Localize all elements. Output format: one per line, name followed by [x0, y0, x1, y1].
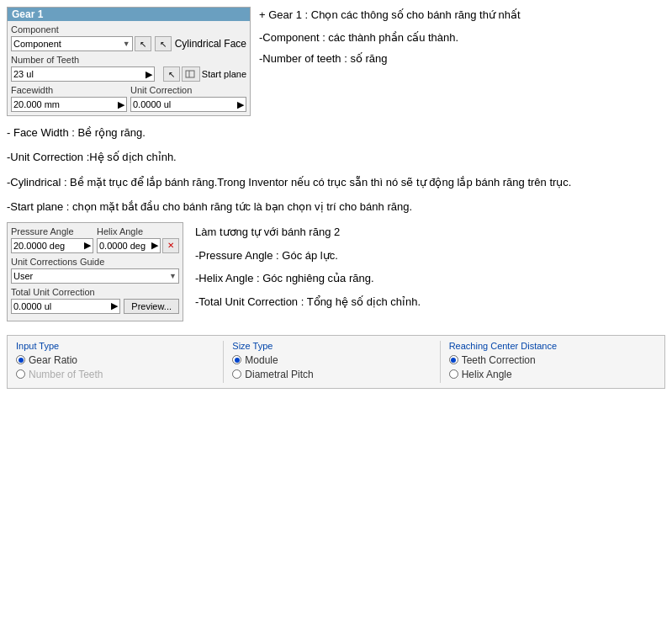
- teeth-correction-row[interactable]: Teeth Correction: [449, 354, 648, 366]
- gear1-desc-line2: -Component : các thành phần cấu thành.: [259, 29, 665, 47]
- number-of-teeth-label: Number of Teeth: [11, 55, 246, 65]
- module-label: Module: [245, 354, 278, 366]
- preview-button[interactable]: Preview...: [124, 299, 179, 314]
- cylindrical-face-label: Cylindrical Face: [175, 38, 246, 50]
- component-select[interactable]: Component ▼: [11, 36, 133, 51]
- number-of-teeth-input[interactable]: 23 ul ▶: [11, 66, 155, 82]
- svg-rect-0: [186, 71, 194, 77]
- total-unit-correction-input[interactable]: 0.0000 ul ▶: [11, 299, 120, 314]
- input-type-num-teeth-row[interactable]: Number of Teeth: [16, 369, 214, 380]
- cylindrical-face-row: ↖ Cylindrical Face: [155, 36, 246, 51]
- reaching-helix-angle-label: Helix Angle: [462, 369, 512, 380]
- gear2-body: Pressure Angle 20.0000 deg ▶ Helix Angle…: [8, 223, 183, 321]
- pressure-helix-row: Pressure Angle 20.0000 deg ▶ Helix Angle…: [11, 226, 179, 253]
- module-radio[interactable]: [232, 355, 241, 364]
- num-teeth-label: Number of Teeth: [29, 369, 103, 380]
- diametral-pitch-label: Diametral Pitch: [245, 369, 313, 380]
- unit-corrections-guide-label: Unit Corrections Guide: [11, 257, 179, 267]
- gear1-title: Gear 1: [8, 8, 250, 21]
- number-of-teeth-section: Number of Teeth 23 ul ▶ ↖: [11, 55, 246, 82]
- start-plane-label: Start plane: [202, 69, 246, 79]
- gear2-section: Pressure Angle 20.0000 deg ▶ Helix Angle…: [7, 222, 665, 321]
- helix-angle-label: Helix Angle: [97, 226, 179, 236]
- gear2-desc-line4: -Total Unit Correction : Tổng hệ số dịch…: [195, 292, 421, 311]
- gear2-desc-line1: Làm tương tự với bánh răng 2: [195, 222, 421, 242]
- num-teeth-radio[interactable]: [16, 369, 25, 379]
- total-unit-correction-label: Total Unit Correction: [11, 287, 179, 297]
- size-type-title: Size Type: [232, 341, 431, 351]
- main-texts: - Face Width : Bề rộng răng. -Unit Corre…: [7, 123, 665, 217]
- start-plane-icon-btn[interactable]: ↖: [163, 66, 180, 82]
- diametral-pitch-radio[interactable]: [232, 369, 241, 379]
- unit-correction-col: Unit Correction 0.0000 ul ▶: [130, 85, 246, 112]
- gear2-panel: Pressure Angle 20.0000 deg ▶ Helix Angle…: [7, 222, 183, 321]
- pressure-angle-col: Pressure Angle 20.0000 deg ▶: [11, 226, 93, 253]
- facewidth-input[interactable]: 20.000 mm ▶: [11, 97, 127, 112]
- size-type-section: Size Type Module Diametral Pitch: [224, 341, 440, 383]
- pressure-angle-label: Pressure Angle: [11, 226, 93, 236]
- main-text-2: -Cylindrical : Bề mặt trục để lắp bánh r…: [7, 173, 665, 192]
- gear2-desc-line3: -Helix Angle : Góc nghiêng của răng.: [195, 268, 421, 288]
- main-text-0: - Face Width : Bề rộng răng.: [7, 123, 665, 142]
- gear2-right-text: Làm tương tự với bánh răng 2 -Pressure A…: [195, 222, 421, 321]
- facewidth-col: Facewidth 20.000 mm ▶: [11, 85, 127, 112]
- component-cursor-btn[interactable]: ↖: [135, 36, 151, 51]
- facewidth-arrow: ▶: [118, 99, 124, 110]
- input-type-title: Input Type: [16, 341, 214, 351]
- gear-ratio-label: Gear Ratio: [29, 354, 77, 366]
- teeth-correction-radio[interactable]: [449, 355, 458, 364]
- gear2-desc-line2: -Pressure Angle : Góc áp lực.: [195, 246, 421, 265]
- gear1-desc-line3: -Number of teeth : số răng: [259, 50, 665, 68]
- input-type-section: Input Type Gear Ratio Number of Teeth: [16, 341, 224, 383]
- top-section: Gear 1 Component Component ▼ ↖ ↖: [7, 7, 665, 116]
- main-text-1: -Unit Correction :Hệ số dịch chỉnh.: [7, 147, 665, 167]
- bottom-bar: Input Type Gear Ratio Number of Teeth Si…: [7, 335, 665, 389]
- unit-correction-input[interactable]: 0.0000 ul ▶: [130, 97, 246, 112]
- total-unit-correction-section: Total Unit Correction 0.0000 ul ▶ Previe…: [11, 287, 179, 314]
- input-type-gear-ratio-row[interactable]: Gear Ratio: [16, 354, 214, 366]
- helix-angle-col: Helix Angle 0.0000 deg ▶ ✕: [97, 226, 179, 253]
- gear1-desc-line1: + Gear 1 : Chọn các thông số cho bánh ră…: [259, 7, 665, 24]
- size-type-diametral-row[interactable]: Diametral Pitch: [232, 369, 431, 380]
- helix-angle-row[interactable]: Helix Angle: [449, 369, 648, 380]
- unit-corrections-guide-section: Unit Corrections Guide User ▼: [11, 257, 179, 284]
- unit-corrections-guide-select[interactable]: User ▼: [11, 268, 179, 284]
- gear-ratio-radio[interactable]: [16, 355, 25, 364]
- main-text-3: -Start plane : chọn mặt bắt đầu cho bánh…: [7, 197, 665, 216]
- facewidth-unitcorrection-row: Facewidth 20.000 mm ▶ Unit Correction 0.…: [11, 85, 246, 112]
- helix-close-btn[interactable]: ✕: [162, 238, 179, 253]
- teeth-arrow: ▶: [146, 69, 152, 80]
- start-plane-img-btn[interactable]: [182, 66, 200, 82]
- teeth-correction-label: Teeth Correction: [462, 354, 536, 366]
- reaching-center-title: Reaching Center Distance: [449, 341, 648, 351]
- cylindrical-face-icon-btn[interactable]: ↖: [155, 36, 172, 51]
- component-label: Component: [11, 24, 151, 35]
- reaching-center-section: Reaching Center Distance Teeth Correctio…: [441, 341, 656, 383]
- size-type-module-row[interactable]: Module: [232, 354, 431, 366]
- gear1-right-text: + Gear 1 : Chọn các thông số cho bánh ră…: [259, 7, 665, 116]
- facewidth-label: Facewidth: [11, 85, 127, 95]
- helix-angle-input[interactable]: 0.0000 deg ▶: [97, 238, 161, 253]
- component-select-arrow: ▼: [123, 40, 130, 48]
- unit-correction-label: Unit Correction: [130, 85, 246, 95]
- gear1-body: Component Component ▼ ↖ ↖ Cylindrical Fa…: [8, 21, 250, 115]
- reaching-helix-angle-radio[interactable]: [449, 369, 458, 379]
- unit-correction-arrow: ▶: [237, 99, 244, 110]
- gear1-panel: Gear 1 Component Component ▼ ↖ ↖: [7, 7, 251, 116]
- pressure-angle-input[interactable]: 20.0000 deg ▶: [11, 238, 93, 253]
